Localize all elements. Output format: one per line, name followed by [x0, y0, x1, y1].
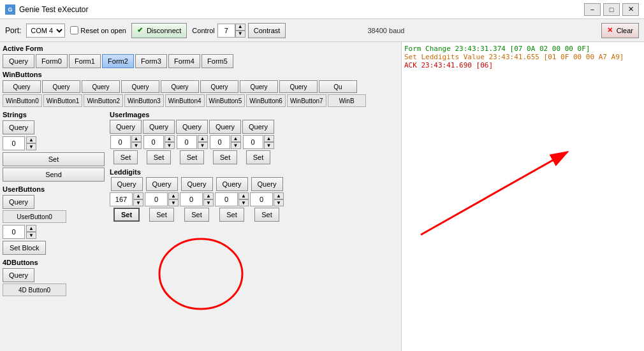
- leddigits-grid: Query▲▼SetQuery▲▼SetQuery▲▼SetQuery▲▼Set…: [110, 177, 399, 222]
- control-input[interactable]: [217, 24, 235, 38]
- userbuttons-down-button[interactable]: ▼: [26, 232, 36, 239]
- userimages-set-btn-2[interactable]: Set: [180, 150, 205, 164]
- leddigits-query-btn-3[interactable]: Query: [216, 177, 248, 191]
- port-select[interactable]: COM 4: [26, 24, 65, 38]
- leddigits-input-3[interactable]: [215, 192, 238, 206]
- wb-query-btn-6[interactable]: Query: [240, 80, 278, 93]
- active-form-btn-form1[interactable]: Form1: [69, 54, 101, 68]
- leddigits-query-btn-4[interactable]: Query: [251, 177, 283, 191]
- userimages-query-btn-2[interactable]: Query: [176, 120, 208, 134]
- toolbar: Port: COM 4 Reset on open ✔ Disconnect C…: [0, 19, 644, 42]
- userimages-spinner-0[interactable]: ▲▼: [131, 135, 142, 149]
- userimages-col-4: Query▲▼Set: [242, 120, 274, 164]
- restore-button[interactable]: □: [603, 3, 620, 16]
- active-form-btn-query[interactable]: Query: [3, 54, 34, 68]
- leddigits-query-btn-1[interactable]: Query: [146, 177, 178, 191]
- userimages-set-btn-0[interactable]: Set: [113, 150, 138, 164]
- leddigits-input-1[interactable]: [145, 192, 168, 206]
- userimages-input-2[interactable]: [177, 135, 197, 149]
- control-spinner[interactable]: ▲ ▼: [217, 24, 245, 38]
- active-form-btn-form2[interactable]: Form2: [102, 54, 134, 68]
- leddigits-spinner-3[interactable]: ▲▼: [238, 192, 249, 206]
- strings-spinner-buttons[interactable]: ▲ ▼: [26, 136, 36, 150]
- wb-query-btn-8[interactable]: Qu: [319, 80, 357, 93]
- userimages-set-btn-4[interactable]: Set: [246, 150, 271, 164]
- userimages-section: UserImages Query▲▼SetQuery▲▼SetQuery▲▼Se…: [110, 111, 399, 164]
- strings-set-button[interactable]: Set: [3, 152, 105, 166]
- userimages-spinner-2[interactable]: ▲▼: [198, 135, 208, 149]
- leddigits-spinner-2[interactable]: ▲▼: [203, 192, 214, 206]
- userimages-spinner-3[interactable]: ▲▼: [231, 135, 241, 149]
- leddigits-query-btn-0[interactable]: Query: [111, 177, 143, 191]
- leddigits-col-0: Query▲▼Set: [110, 177, 143, 222]
- leddigits-query-btn-2[interactable]: Query: [181, 177, 213, 191]
- wb-query-btn-0[interactable]: Query: [3, 80, 41, 93]
- strings-query-button[interactable]: Query: [3, 120, 34, 134]
- wb-label-5: WinButton5: [206, 94, 245, 107]
- wb-query-btn-7[interactable]: Query: [279, 80, 318, 93]
- userimages-query-btn-4[interactable]: Query: [242, 120, 274, 134]
- active-form-btn-form0[interactable]: Form0: [36, 54, 68, 68]
- reset-on-open-label[interactable]: Reset on open: [70, 26, 126, 34]
- wb-query-btn-2[interactable]: Query: [82, 80, 120, 93]
- right-panel: Form Change 23:43:31.374 [07 0A 02 00 00…: [402, 42, 644, 351]
- fourbtn-query-button[interactable]: Query: [3, 268, 34, 282]
- setblock-button[interactable]: Set Block: [3, 241, 46, 255]
- userbuttons-setblock: Set Block: [3, 241, 105, 255]
- close-button[interactable]: ✕: [622, 3, 639, 16]
- userimages-set-btn-1[interactable]: Set: [147, 150, 172, 164]
- control-down-button[interactable]: ▼: [235, 31, 245, 38]
- userimages-input-0[interactable]: [110, 135, 131, 149]
- active-form-btn-form5[interactable]: Form5: [201, 54, 233, 68]
- userimages-query-btn-0[interactable]: Query: [110, 120, 142, 134]
- userimages-spinner-4[interactable]: ▲▼: [264, 135, 274, 149]
- minimize-button[interactable]: −: [584, 3, 601, 16]
- strings-up-button[interactable]: ▲: [26, 136, 36, 143]
- left-col: Strings Query ▲ ▼ Set Send: [3, 111, 105, 300]
- active-form-section: Active Form QueryForm0Form1Form2Form3For…: [3, 45, 399, 68]
- userimages-set-btn-3[interactable]: Set: [213, 150, 238, 164]
- strings-down-button[interactable]: ▼: [26, 143, 36, 150]
- userimages-col-0: Query▲▼Set: [110, 120, 142, 164]
- leddigits-set-btn-0[interactable]: Set: [113, 208, 140, 222]
- userimages-spinner-1[interactable]: ▲▼: [165, 135, 175, 149]
- userbuttons-query-button[interactable]: Query: [3, 195, 34, 209]
- leddigits-spinner-0[interactable]: ▲▼: [133, 192, 143, 206]
- reset-on-open-checkbox[interactable]: [70, 26, 78, 34]
- userbuttons-value-input[interactable]: [3, 225, 25, 239]
- wb-query-btn-5[interactable]: Query: [200, 80, 238, 93]
- userimages-query-btn-1[interactable]: Query: [143, 120, 175, 134]
- winbuttons-query-row: QueryQueryQueryQueryQueryQueryQueryQuery…: [3, 80, 399, 93]
- userimages-input-1[interactable]: [143, 135, 164, 149]
- fourbtn-section: 4DButtons Query 4D Button0: [3, 259, 105, 296]
- leddigits-spinner-1[interactable]: ▲▼: [168, 192, 179, 206]
- strings-value-input[interactable]: [3, 136, 25, 150]
- svg-line-1: [421, 152, 567, 235]
- disconnect-button[interactable]: ✔ Disconnect: [131, 23, 187, 38]
- contrast-button[interactable]: Contrast: [248, 23, 286, 38]
- leddigits-set-btn-2[interactable]: Set: [184, 208, 209, 222]
- wb-query-btn-3[interactable]: Query: [121, 80, 159, 93]
- userimages-val-row-2: ▲▼: [177, 135, 208, 149]
- wb-query-btn-4[interactable]: Query: [161, 80, 199, 93]
- leddigits-input-2[interactable]: [180, 192, 203, 206]
- leddigits-spinner-4[interactable]: ▲▼: [274, 192, 284, 206]
- strings-send-button[interactable]: Send: [3, 168, 105, 182]
- userbuttons-up-button[interactable]: ▲: [26, 225, 36, 232]
- control-spinner-buttons[interactable]: ▲ ▼: [235, 24, 245, 38]
- leddigits-set-btn-4[interactable]: Set: [254, 208, 279, 222]
- userimages-query-btn-3[interactable]: Query: [209, 120, 241, 134]
- leddigits-input-0[interactable]: [110, 192, 133, 206]
- userbuttons-spinner-buttons[interactable]: ▲ ▼: [26, 225, 36, 239]
- active-form-btn-form4[interactable]: Form4: [168, 54, 200, 68]
- userimages-input-4[interactable]: [243, 135, 263, 149]
- leddigits-set-btn-3[interactable]: Set: [219, 208, 244, 222]
- userimages-input-3[interactable]: [210, 135, 230, 149]
- active-form-btn-form3[interactable]: Form3: [135, 54, 167, 68]
- clear-button[interactable]: ✕ Clear: [601, 23, 639, 38]
- leddigits-input-4[interactable]: [250, 192, 273, 206]
- port-select-group: COM 4: [26, 24, 65, 38]
- leddigits-set-btn-1[interactable]: Set: [149, 208, 174, 222]
- wb-query-btn-1[interactable]: Query: [42, 80, 80, 93]
- control-up-button[interactable]: ▲: [235, 24, 245, 31]
